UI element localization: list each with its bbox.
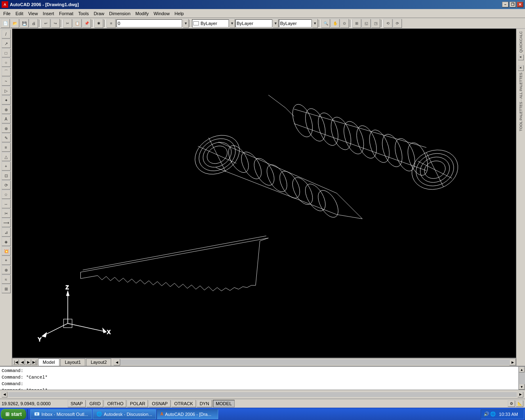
lt-ray[interactable]: ↗ bbox=[2, 39, 11, 48]
menu-file[interactable]: File bbox=[1, 10, 13, 17]
tb-linetype-dd[interactable]: ▼ bbox=[273, 19, 278, 28]
quickcalc-label[interactable]: QUICKCALC bbox=[518, 30, 524, 54]
menu-tools[interactable]: Tools bbox=[76, 10, 91, 17]
tab-nav-next[interactable]: ▶ bbox=[25, 359, 31, 365]
lt-array[interactable]: ⊕ bbox=[2, 265, 11, 274]
menu-help[interactable]: Help bbox=[172, 10, 187, 17]
lt-3dface[interactable]: ≡ bbox=[2, 143, 11, 152]
status-dyn[interactable]: DYN bbox=[197, 400, 212, 407]
hscroll-cmd-left[interactable]: ◀ bbox=[2, 392, 7, 397]
color-dropdown[interactable]: ByLayer bbox=[192, 19, 229, 27]
lt-rotate[interactable]: ⟳ bbox=[2, 180, 11, 189]
menu-view[interactable]: View bbox=[26, 10, 41, 17]
tb-copy[interactable]: 📋 bbox=[73, 19, 82, 28]
hscroll-cmd-right[interactable]: ▶ bbox=[518, 392, 523, 397]
lt-polyline[interactable]: ▷ bbox=[2, 86, 11, 95]
tb-extra2[interactable]: ⟳ bbox=[393, 19, 402, 28]
lt-arc[interactable]: ⌒ bbox=[2, 67, 11, 76]
lt-region[interactable]: ⊕ bbox=[2, 105, 11, 114]
lt-fillet[interactable]: ⊿ bbox=[2, 228, 11, 237]
menu-format[interactable]: Format bbox=[57, 10, 76, 17]
status-model[interactable]: MODEL bbox=[213, 400, 235, 407]
tab-layout2[interactable]: Layout2 bbox=[86, 358, 111, 366]
lt-move[interactable]: + bbox=[2, 162, 11, 171]
tb-view2[interactable]: ◳ bbox=[371, 19, 380, 28]
status-icon-2[interactable]: 📐 bbox=[516, 400, 523, 407]
tab-model[interactable]: Model bbox=[38, 358, 59, 366]
menu-modify[interactable]: Modify bbox=[133, 10, 151, 17]
lt-hatch[interactable]: ✦ bbox=[2, 96, 11, 105]
tb-layer-props[interactable]: ≡ bbox=[107, 19, 116, 28]
lt-trim[interactable]: ✂ bbox=[2, 209, 11, 218]
status-icon-1[interactable]: ⚙ bbox=[508, 400, 515, 407]
lt-scale[interactable]: ☆ bbox=[2, 190, 11, 199]
minimize-button[interactable]: − bbox=[502, 2, 509, 7]
tb-match-prop[interactable]: ✱ bbox=[94, 19, 103, 28]
lt-insert[interactable]: ⊛ bbox=[2, 124, 11, 133]
lt-dim[interactable]: △ bbox=[2, 152, 11, 161]
tb-new[interactable]: 📄 bbox=[1, 19, 10, 28]
tb-extra1[interactable]: ⟲ bbox=[383, 19, 393, 28]
cmdscroll-down[interactable]: ▼ bbox=[519, 384, 525, 390]
hscroll-cmd-track[interactable] bbox=[8, 392, 517, 397]
lt-circle[interactable]: ○ bbox=[2, 58, 11, 67]
lt-extend[interactable]: ⟶ bbox=[2, 218, 11, 227]
menu-draw[interactable]: Draw bbox=[91, 10, 107, 17]
lt-offset[interactable]: ⌖ bbox=[2, 256, 11, 265]
lt-text[interactable]: A bbox=[2, 114, 11, 123]
tb-layer-dd[interactable]: ▼ bbox=[183, 19, 189, 28]
tray-icon-2[interactable]: 🌐 bbox=[490, 411, 496, 417]
hscroll-left[interactable]: ◀ bbox=[114, 359, 120, 365]
tb-lineweight-dd[interactable]: ▼ bbox=[312, 19, 318, 28]
tb-plot[interactable]: 🖨 bbox=[29, 19, 38, 28]
start-button[interactable]: ⊞ start bbox=[1, 409, 26, 420]
lt-rect[interactable]: □ bbox=[2, 48, 11, 57]
lt-explode[interactable]: 💥 bbox=[2, 247, 11, 256]
right-panel-close2-btn[interactable]: ✕ bbox=[518, 65, 524, 71]
status-otrack[interactable]: OTRACK bbox=[171, 400, 196, 407]
tb-redo[interactable]: ↪ bbox=[51, 19, 60, 28]
cmdscroll-up[interactable]: ▲ bbox=[519, 367, 525, 372]
tb-save[interactable]: 💾 bbox=[20, 19, 29, 28]
tb-undo[interactable]: ↩ bbox=[41, 19, 50, 28]
menu-insert[interactable]: Insert bbox=[40, 10, 57, 17]
tab-nav-first[interactable]: |◀ bbox=[13, 359, 19, 365]
status-polar[interactable]: POLAR bbox=[127, 400, 148, 407]
status-snap[interactable]: SNAP bbox=[68, 400, 86, 407]
tool-palettes-label[interactable]: TOOL PALETTES - ALL PALETTES bbox=[518, 72, 524, 132]
lt-erase[interactable]: ≈ bbox=[2, 275, 11, 284]
linetype-dropdown[interactable]: ByLayer bbox=[235, 19, 272, 27]
right-panel-close-btn[interactable]: ✕ bbox=[518, 55, 524, 60]
drawing-canvas[interactable]: Z X Y bbox=[12, 29, 516, 358]
taskbar-item-autocad[interactable]: A AutoCAD 2006 - [Dra... bbox=[157, 409, 218, 419]
lt-copy2[interactable]: ⊡ bbox=[2, 171, 11, 180]
tb-color-dd[interactable]: ▼ bbox=[229, 19, 235, 28]
taskbar-item-browser[interactable]: 🌐 Autodesk - Discussion... bbox=[93, 409, 156, 419]
tb-3dorbit[interactable]: ⊙ bbox=[340, 19, 349, 28]
menu-dimension[interactable]: Dimension bbox=[107, 10, 133, 17]
tray-icon-1[interactable]: 🔊 bbox=[484, 411, 489, 417]
tb-zoom[interactable]: 🔍 bbox=[321, 19, 330, 28]
menu-edit[interactable]: Edit bbox=[13, 10, 26, 17]
restore-button[interactable]: ❐ bbox=[509, 2, 516, 7]
lt-chamfer[interactable]: ◈ bbox=[2, 237, 11, 246]
tb-named-view[interactable]: ⊞ bbox=[352, 19, 361, 28]
lt-attdef[interactable]: ✎ bbox=[2, 133, 11, 142]
lt-spline[interactable]: ~ bbox=[2, 77, 11, 86]
lt-ucs[interactable]: ⊞ bbox=[2, 284, 11, 293]
lineweight-dropdown[interactable]: ByLayer bbox=[279, 19, 312, 27]
close-button[interactable]: ✕ bbox=[517, 2, 523, 7]
menu-window[interactable]: Window bbox=[151, 10, 172, 17]
tb-open[interactable]: 📂 bbox=[10, 19, 19, 28]
status-osnap[interactable]: OSNAP bbox=[149, 400, 171, 407]
tb-view1[interactable]: ◱ bbox=[362, 19, 371, 28]
tab-layout1[interactable]: Layout1 bbox=[60, 358, 85, 366]
hscroll-track[interactable] bbox=[120, 359, 509, 365]
tb-cut[interactable]: ✂ bbox=[63, 19, 72, 28]
lt-mirror[interactable]: ↔ bbox=[2, 199, 11, 208]
tb-paste[interactable]: 📌 bbox=[82, 19, 91, 28]
status-ortho[interactable]: ORTHO bbox=[104, 400, 126, 407]
layer-dropdown[interactable]: 0 bbox=[116, 19, 182, 27]
tb-pan[interactable]: ✋ bbox=[331, 19, 340, 28]
lt-line[interactable]: / bbox=[2, 30, 11, 39]
